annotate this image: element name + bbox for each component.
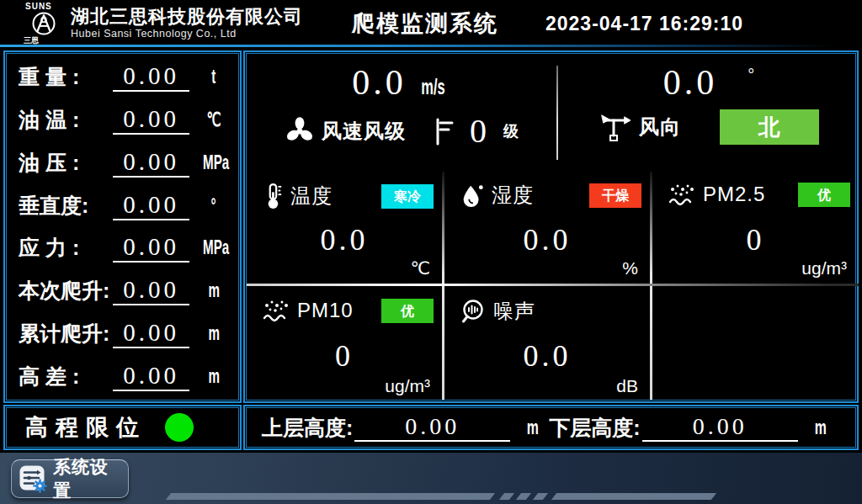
- pm10-status-badge: 优: [381, 299, 434, 323]
- wind-direction-degree-unit: °: [748, 66, 754, 85]
- company-name-block: 湖北三思科技股份有限公司 Hubei Sansi Technology Co.,…: [71, 7, 303, 40]
- metric-label: 垂直度:: [19, 192, 113, 220]
- wind-level-flag-icon: [433, 115, 455, 147]
- fan-icon: [285, 116, 315, 146]
- wind-direction-badge: 北: [720, 109, 819, 145]
- wind-level-unit: 级: [503, 121, 519, 141]
- environment-panel: 0.0 m/s 风速风级: [243, 50, 859, 403]
- company-logo: SUNS 三思: [22, 3, 66, 45]
- lower-height-unit: m: [814, 416, 826, 439]
- pm25-unit: ug/m³: [801, 258, 847, 279]
- elevation-limit-panel: 高程限位: [3, 405, 242, 450]
- temperature-status-badge: 寒冷: [381, 184, 434, 209]
- wind-speed-label: 风速风级: [322, 118, 406, 145]
- metric-row-height-diff: 高 差 : 0.00 m: [12, 355, 233, 398]
- noise-cell: 噪声 0.0 dB: [444, 286, 650, 401]
- settings-sliders-gear-icon: [19, 464, 47, 493]
- decorative-stripe: [499, 493, 514, 500]
- noise-value: 0.0: [444, 338, 650, 374]
- upper-height-group: 上层高度: 0.00 m: [262, 413, 549, 442]
- decorative-stripe: [533, 493, 548, 500]
- logo-suns-text: SUNS: [25, 3, 52, 11]
- pm25-value: 0: [652, 222, 859, 257]
- metric-unit: MPa: [203, 151, 229, 174]
- pm25-label: PM2.5: [703, 183, 765, 206]
- temperature-unit: ℃: [410, 258, 430, 279]
- metric-label: 油 温 :: [19, 106, 113, 134]
- temperature-cell: 温度 寒冷 0.0 ℃: [247, 170, 442, 284]
- company-name-cn: 湖北三思科技股份有限公司: [71, 7, 303, 27]
- system-settings-button[interactable]: 系统设置: [11, 459, 129, 498]
- elevation-limit-label: 高程限位: [25, 412, 146, 443]
- metric-unit: m: [208, 365, 219, 388]
- humidity-status-badge: 干燥: [589, 183, 641, 208]
- metric-unit: m: [208, 279, 219, 302]
- upper-height-unit: m: [527, 416, 539, 439]
- wind-direction-section: 0.0 °: [559, 54, 859, 170]
- noise-meter-icon: [460, 298, 487, 325]
- metric-label: 重 量 :: [19, 63, 113, 91]
- metric-value: 0.00: [113, 274, 189, 305]
- wind-speed-section: 0.0 m/s 风速风级: [247, 54, 556, 170]
- metric-unit: ℃: [206, 109, 221, 131]
- wind-direction-label: 风向: [639, 114, 681, 141]
- pm10-particles-icon: [262, 298, 290, 323]
- wind-vane-icon: [599, 112, 632, 142]
- humidity-cell: 湿度 干燥 0.0 %: [444, 170, 650, 284]
- pm10-cell: PM10 优 0 ug/m³: [247, 286, 442, 401]
- metrics-sidebar: 重 量 : 0.00 t 油 温 : 0.00 ℃ 油 压 : 0.00 MPa…: [3, 50, 242, 403]
- wind-section-divider: [556, 66, 558, 160]
- metric-value: 0.00: [113, 317, 189, 348]
- sensor-grid: 温度 寒冷 0.0 ℃ 湿度 干燥: [247, 170, 859, 401]
- metric-unit: t: [211, 66, 216, 88]
- metric-unit: °: [211, 194, 216, 217]
- metric-row-oil-temp: 油 温 : 0.00 ℃: [12, 98, 233, 141]
- pm25-cell: PM2.5 优 0 ug/m³: [652, 170, 859, 284]
- pm10-value: 0: [247, 338, 442, 374]
- metric-value: 0.00: [113, 360, 189, 391]
- wind-direction-value: 0.0: [663, 64, 718, 101]
- wind-level-value: 0: [470, 111, 490, 151]
- metric-label: 高 差 :: [19, 363, 113, 390]
- header: SUNS 三思 湖北三思科技股份有限公司 Hubei Sansi Technol…: [0, 0, 862, 47]
- pm10-label: PM10: [297, 299, 354, 322]
- settings-button-label: 系统设置: [53, 455, 121, 502]
- header-accent-line: [0, 45, 850, 47]
- noise-label: 噪声: [493, 298, 535, 325]
- pm25-particles-icon: [668, 182, 696, 207]
- lower-height-group: 下层高度: 0.00 m: [549, 413, 836, 442]
- temperature-label: 温度: [290, 183, 333, 210]
- metric-unit: MPa: [203, 236, 229, 259]
- wind-speed-unit: m/s: [421, 75, 444, 99]
- company-name-en: Hubei Sansi Technology Co., Ltd: [71, 29, 303, 40]
- decorative-stripe: [551, 493, 716, 500]
- wind-speed-value: 0.0: [352, 62, 407, 103]
- metric-row-total-climb: 累计爬升: 0.00 m: [12, 312, 233, 355]
- datetime-display: 2023-04-17 16:29:10: [545, 13, 743, 35]
- metric-row-weight: 重 量 : 0.00 t: [12, 56, 233, 98]
- temperature-value: 0.0: [247, 222, 442, 257]
- metric-value: 0.00: [113, 146, 189, 178]
- metric-value: 0.00: [113, 231, 189, 263]
- humidity-value: 0.0: [444, 222, 650, 257]
- metric-label: 本次爬升:: [19, 277, 113, 305]
- decorative-stripe: [166, 493, 495, 500]
- metric-value: 0.00: [113, 61, 189, 92]
- metric-label: 油 压 :: [19, 149, 113, 177]
- metric-label: 应 力 :: [19, 234, 113, 262]
- metric-value: 0.00: [113, 189, 189, 220]
- bottom-toolbar: 系统设置: [0, 453, 862, 504]
- metric-row-stress: 应 力 : 0.00 MPa: [12, 227, 233, 270]
- pm10-unit: ug/m³: [385, 376, 430, 396]
- lower-height-value: 0.00: [642, 413, 798, 442]
- metric-unit: m: [208, 322, 219, 345]
- elevation-limit-status-indicator: [165, 413, 194, 442]
- metric-row-verticality: 垂直度: 0.00 °: [12, 184, 233, 227]
- pm25-status-badge: 优: [798, 183, 850, 207]
- empty-cell: [652, 286, 859, 401]
- upper-height-value: 0.00: [354, 413, 510, 442]
- upper-height-label: 上层高度:: [262, 414, 353, 442]
- platform-heights-panel: 上层高度: 0.00 m 下层高度: 0.00 m: [243, 405, 859, 450]
- metric-row-current-climb: 本次爬升: 0.00 m: [12, 269, 233, 312]
- thermometer-icon: [262, 182, 284, 210]
